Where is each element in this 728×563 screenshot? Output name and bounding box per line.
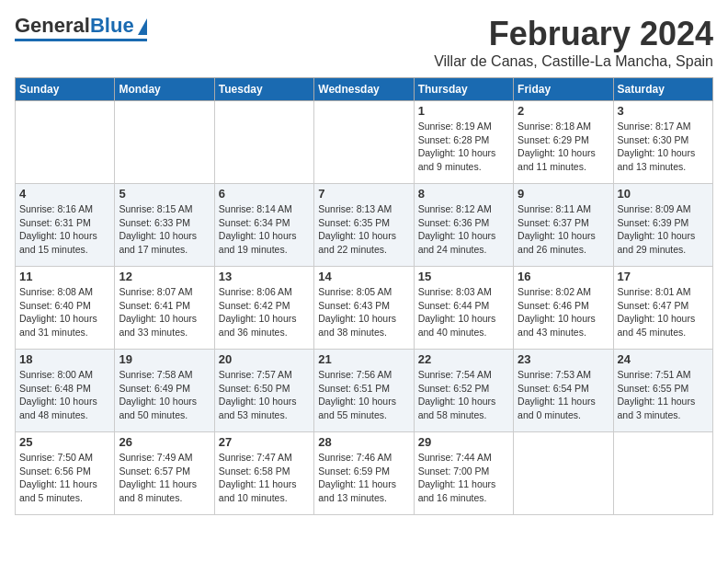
calendar-day-cell: 2Sunrise: 8:18 AMSunset: 6:29 PMDaylight…	[514, 101, 613, 184]
day-number: 20	[219, 352, 310, 366]
logo: GeneralBlue	[15, 15, 147, 41]
day-number: 21	[318, 352, 409, 366]
calendar-day-cell	[514, 432, 613, 515]
day-number: 10	[618, 187, 709, 201]
day-info: Sunrise: 8:19 AMSunset: 6:28 PMDaylight:…	[418, 120, 509, 174]
day-number: 17	[618, 270, 709, 283]
day-number: 19	[119, 352, 210, 366]
day-info: Sunrise: 7:53 AMSunset: 6:54 PMDaylight:…	[518, 368, 609, 422]
day-number: 3	[618, 104, 709, 118]
weekday-header: Monday	[115, 78, 214, 101]
day-info: Sunrise: 8:13 AMSunset: 6:35 PMDaylight:…	[318, 202, 409, 257]
day-info: Sunrise: 7:50 AMSunset: 6:56 PMDaylight:…	[19, 451, 110, 505]
calendar-day-cell: 18Sunrise: 8:00 AMSunset: 6:48 PMDayligh…	[16, 350, 115, 432]
day-number: 11	[19, 270, 110, 283]
calendar-day-cell: 4Sunrise: 8:16 AMSunset: 6:31 PMDaylight…	[16, 184, 115, 267]
calendar-day-cell: 7Sunrise: 8:13 AMSunset: 6:35 PMDaylight…	[314, 184, 414, 267]
calendar-day-cell: 16Sunrise: 8:02 AMSunset: 6:46 PMDayligh…	[514, 267, 613, 350]
calendar-week-row: 18Sunrise: 8:00 AMSunset: 6:48 PMDayligh…	[16, 350, 713, 432]
page-header: GeneralBlue February 2024 Villar de Cana…	[15, 15, 713, 70]
calendar-day-cell: 19Sunrise: 7:58 AMSunset: 6:49 PMDayligh…	[115, 350, 214, 432]
calendar-day-cell	[613, 432, 712, 515]
day-number: 15	[418, 270, 509, 283]
day-info: Sunrise: 8:00 AMSunset: 6:48 PMDaylight:…	[19, 368, 110, 422]
day-info: Sunrise: 8:14 AMSunset: 6:34 PMDaylight:…	[219, 202, 310, 257]
calendar-day-cell: 23Sunrise: 7:53 AMSunset: 6:54 PMDayligh…	[514, 350, 613, 432]
day-info: Sunrise: 7:51 AMSunset: 6:55 PMDaylight:…	[618, 368, 709, 422]
calendar-day-cell: 3Sunrise: 8:17 AMSunset: 6:30 PMDaylight…	[613, 101, 712, 184]
calendar-day-cell: 26Sunrise: 7:49 AMSunset: 6:57 PMDayligh…	[115, 432, 214, 515]
day-number: 13	[219, 270, 310, 283]
day-info: Sunrise: 7:44 AMSunset: 7:00 PMDaylight:…	[418, 451, 509, 505]
day-info: Sunrise: 7:58 AMSunset: 6:49 PMDaylight:…	[119, 368, 210, 422]
day-number: 27	[219, 435, 310, 449]
day-number: 24	[618, 352, 709, 366]
day-info: Sunrise: 7:49 AMSunset: 6:57 PMDaylight:…	[119, 451, 210, 505]
calendar-table: SundayMondayTuesdayWednesdayThursdayFrid…	[15, 77, 713, 515]
day-number: 25	[19, 435, 110, 449]
day-info: Sunrise: 8:06 AMSunset: 6:42 PMDaylight:…	[219, 285, 310, 339]
day-number: 26	[119, 435, 210, 449]
weekday-header: Sunday	[16, 78, 115, 101]
weekday-header: Friday	[514, 78, 613, 101]
day-info: Sunrise: 8:07 AMSunset: 6:41 PMDaylight:…	[119, 285, 210, 339]
day-number: 12	[119, 270, 210, 283]
calendar-day-cell: 11Sunrise: 8:08 AMSunset: 6:40 PMDayligh…	[16, 267, 115, 350]
calendar-week-row: 4Sunrise: 8:16 AMSunset: 6:31 PMDaylight…	[16, 184, 713, 267]
calendar-day-cell: 12Sunrise: 8:07 AMSunset: 6:41 PMDayligh…	[115, 267, 214, 350]
calendar-week-row: 25Sunrise: 7:50 AMSunset: 6:56 PMDayligh…	[16, 432, 713, 515]
calendar-day-cell: 25Sunrise: 7:50 AMSunset: 6:56 PMDayligh…	[16, 432, 115, 515]
logo-underline	[15, 39, 147, 41]
day-info: Sunrise: 7:47 AMSunset: 6:58 PMDaylight:…	[219, 451, 310, 505]
day-info: Sunrise: 7:54 AMSunset: 6:52 PMDaylight:…	[418, 368, 509, 422]
location-title: Villar de Canas, Castille-La Mancha, Spa…	[434, 53, 713, 70]
calendar-day-cell	[16, 101, 115, 184]
day-info: Sunrise: 8:09 AMSunset: 6:39 PMDaylight:…	[618, 202, 709, 257]
day-number: 9	[518, 187, 609, 201]
day-number: 22	[418, 352, 509, 366]
calendar-day-cell: 29Sunrise: 7:44 AMSunset: 7:00 PMDayligh…	[414, 432, 513, 515]
calendar-week-row: 1Sunrise: 8:19 AMSunset: 6:28 PMDaylight…	[16, 101, 713, 184]
day-number: 14	[318, 270, 409, 283]
calendar-day-cell: 8Sunrise: 8:12 AMSunset: 6:36 PMDaylight…	[414, 184, 513, 267]
logo-text: GeneralBlue	[15, 15, 134, 37]
calendar-day-cell	[314, 101, 414, 184]
calendar-day-cell: 14Sunrise: 8:05 AMSunset: 6:43 PMDayligh…	[314, 267, 414, 350]
day-info: Sunrise: 8:12 AMSunset: 6:36 PMDaylight:…	[418, 202, 509, 257]
day-info: Sunrise: 8:02 AMSunset: 6:46 PMDaylight:…	[518, 285, 609, 339]
title-block: February 2024 Villar de Canas, Castille-…	[434, 15, 713, 70]
day-number: 6	[219, 187, 310, 201]
day-number: 7	[318, 187, 409, 201]
calendar-day-cell: 13Sunrise: 8:06 AMSunset: 6:42 PMDayligh…	[214, 267, 313, 350]
calendar-day-cell: 24Sunrise: 7:51 AMSunset: 6:55 PMDayligh…	[613, 350, 712, 432]
calendar-day-cell	[115, 101, 214, 184]
weekday-header: Saturday	[613, 78, 712, 101]
calendar-day-cell	[214, 101, 313, 184]
day-info: Sunrise: 7:57 AMSunset: 6:50 PMDaylight:…	[219, 368, 310, 422]
day-info: Sunrise: 8:03 AMSunset: 6:44 PMDaylight:…	[418, 285, 509, 339]
day-number: 16	[518, 270, 609, 283]
day-number: 8	[418, 187, 509, 201]
day-info: Sunrise: 7:46 AMSunset: 6:59 PMDaylight:…	[318, 451, 409, 505]
calendar-day-cell: 5Sunrise: 8:15 AMSunset: 6:33 PMDaylight…	[115, 184, 214, 267]
day-number: 4	[19, 187, 110, 201]
day-number: 29	[418, 435, 509, 449]
day-number: 23	[518, 352, 609, 366]
calendar-day-cell: 1Sunrise: 8:19 AMSunset: 6:28 PMDaylight…	[414, 101, 513, 184]
day-number: 18	[19, 352, 110, 366]
day-info: Sunrise: 8:18 AMSunset: 6:29 PMDaylight:…	[518, 120, 609, 174]
day-info: Sunrise: 8:08 AMSunset: 6:40 PMDaylight:…	[19, 285, 110, 339]
calendar-day-cell: 9Sunrise: 8:11 AMSunset: 6:37 PMDaylight…	[514, 184, 613, 267]
calendar-day-cell: 21Sunrise: 7:56 AMSunset: 6:51 PMDayligh…	[314, 350, 414, 432]
day-info: Sunrise: 7:56 AMSunset: 6:51 PMDaylight:…	[318, 368, 409, 422]
calendar-day-cell: 28Sunrise: 7:46 AMSunset: 6:59 PMDayligh…	[314, 432, 414, 515]
day-number: 28	[318, 435, 409, 449]
calendar-day-cell: 22Sunrise: 7:54 AMSunset: 6:52 PMDayligh…	[414, 350, 513, 432]
month-title: February 2024	[434, 15, 713, 53]
day-number: 5	[119, 187, 210, 201]
day-info: Sunrise: 8:11 AMSunset: 6:37 PMDaylight:…	[518, 202, 609, 257]
day-number: 1	[418, 104, 509, 118]
calendar-day-cell: 15Sunrise: 8:03 AMSunset: 6:44 PMDayligh…	[414, 267, 513, 350]
day-info: Sunrise: 8:01 AMSunset: 6:47 PMDaylight:…	[618, 285, 709, 339]
day-number: 2	[518, 104, 609, 118]
